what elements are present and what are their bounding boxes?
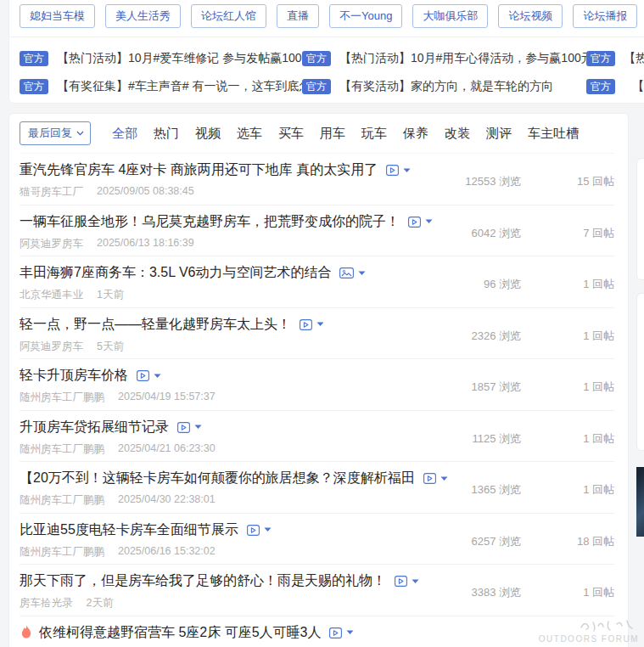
- chevron-down-icon: [76, 131, 84, 136]
- announcement-link[interactable]: 官方【有奖征集】#车主声音# 有一说一，这车到底怎么样？: [20, 79, 302, 94]
- top-tab[interactable]: 论坛视频: [498, 4, 563, 28]
- thread-title-link[interactable]: 丰田海狮7座商务车：3.5L V6动力与空间艺术的结合: [20, 264, 366, 282]
- thread-meta: 北京华通丰业1天前: [20, 288, 124, 302]
- thread-author[interactable]: 随州房车工厂鹏鹏: [20, 545, 104, 560]
- thread-title-link[interactable]: 轻卡升顶房车价格: [20, 367, 161, 385]
- thread-list-card: 最后回复 全部热门视频选车买车用车玩车保养改装测评车主吐槽 重汽先锋官房车 4座…: [8, 113, 629, 647]
- thread-author[interactable]: 猫哥房车工厂: [20, 185, 83, 200]
- announcement-link[interactable]: 官方【热门活动】10月#用车心得活动，参与赢100元现金...: [302, 51, 586, 66]
- caret-down-icon[interactable]: [316, 322, 324, 327]
- thread-row: 升顶房车贷拓展细节记录随州房车工厂鹏鹏2025/04/21 06:23:3011…: [20, 411, 614, 463]
- video-icon: [137, 370, 149, 381]
- thread-row: 【20万不到！这辆轻卡房车如何颠覆你的旅居想象？深度解析福田随州房车工厂鹏鹏20…: [20, 462, 614, 514]
- filter-tab-视频[interactable]: 视频: [195, 126, 221, 142]
- caret-down-icon[interactable]: [264, 527, 272, 532]
- announcement-text: 【热: [624, 51, 644, 66]
- thread-row: 丰田海狮7座商务车：3.5L V6动力与空间艺术的结合北京华通丰业1天前96 浏…: [20, 256, 614, 308]
- top-tab[interactable]: 论坛红人馆: [191, 4, 266, 28]
- top-tab[interactable]: 论坛播报: [573, 4, 637, 28]
- thread-list: 重汽先锋官房车 4座对卡 商旅两用还可下地库 真的太实用了猫哥房车工厂2025/…: [20, 154, 614, 647]
- video-icon: [300, 319, 312, 330]
- caret-down-icon[interactable]: [403, 168, 411, 173]
- thread-title-link[interactable]: 那天下雨了，但是房车给我了足够的舒心！雨是天赐的礼物！: [20, 572, 419, 590]
- thread-meta: 房车拾光录2天前: [20, 596, 113, 610]
- top-tab[interactable]: 不一Young: [329, 4, 402, 28]
- filter-tab-买车[interactable]: 买车: [278, 126, 304, 142]
- thread-title: 比亚迪55度电轻卡房车全面细节展示: [20, 521, 238, 539]
- caret-down-icon[interactable]: [154, 374, 161, 379]
- fire-icon: [20, 625, 33, 640]
- thread-author[interactable]: 阿莫迪罗房车: [20, 237, 83, 251]
- filter-tab-车主吐槽[interactable]: 车主吐槽: [528, 126, 579, 142]
- top-tab[interactable]: 媳妇当车模: [20, 4, 95, 28]
- filter-tab-全部[interactable]: 全部: [112, 126, 137, 142]
- top-card: 媳妇当车模美人生活秀论坛红人馆直播不一Young大咖俱乐部论坛视频论坛播报 官方…: [8, 0, 644, 104]
- thread-views: 6257 浏览: [471, 534, 521, 549]
- announcement-text: 【热门活动】10月#爱车维修记 参与发帖赢100元现金...: [57, 51, 302, 66]
- sidebar-thumbnail-image: [636, 467, 644, 537]
- thread-views: 1365 浏览: [471, 482, 521, 498]
- thread-replies: 7 回帖: [583, 226, 614, 241]
- caret-down-icon[interactable]: [440, 476, 448, 481]
- thread-date: 2025/06/16 15:32:02: [118, 545, 216, 560]
- thread-author[interactable]: 北京华通丰业: [20, 288, 83, 302]
- thread-meta: 随州房车工厂鹏鹏2025/04/19 15:57:37: [20, 391, 216, 405]
- thread-author[interactable]: 随州房车工厂鹏鹏: [20, 442, 104, 457]
- thread-title-link[interactable]: 升顶房车贷拓展细节记录: [20, 419, 202, 436]
- thread-title-link[interactable]: 依维柯得意越野宿营车 5座2床 可座5人可睡3人: [20, 624, 354, 642]
- thread-title: 丰田海狮7座商务车：3.5L V6动力与空间艺术的结合: [20, 264, 331, 282]
- top-tab[interactable]: 美人生活秀: [105, 4, 181, 28]
- thread-row: 轻卡升顶房车价格随州房车工厂鹏鹏2025/04/19 15:57:371857 …: [20, 359, 614, 411]
- announcement-text: 【热门活动】10月#用车心得活动，参与赢100元现金...: [339, 51, 586, 66]
- thread-title-link[interactable]: 重汽先锋官房车 4座对卡 商旅两用还可下地库 真的太实用了: [20, 161, 411, 179]
- filter-tab-玩车[interactable]: 玩车: [361, 126, 387, 142]
- top-tab[interactable]: 大咖俱乐部: [412, 4, 488, 28]
- filter-tabs: 全部热门视频选车买车用车玩车保养改装测评车主吐槽: [112, 126, 579, 142]
- caret-down-icon[interactable]: [346, 630, 354, 635]
- sort-dropdown-label: 最后回复: [28, 126, 72, 141]
- caret-down-icon[interactable]: [194, 425, 202, 430]
- filter-tab-改装[interactable]: 改装: [445, 126, 470, 142]
- announcement-link[interactable]: 官方【有奖活动】家的方向，就是车轮的方向: [302, 79, 586, 94]
- announcement-link[interactable]: 官方【热: [586, 51, 644, 66]
- video-icon: [423, 473, 436, 484]
- filter-tab-用车[interactable]: 用车: [320, 126, 345, 142]
- top-tab[interactable]: 直播: [277, 4, 319, 28]
- filter-tab-测评[interactable]: 测评: [486, 126, 512, 142]
- video-icon: [408, 217, 421, 228]
- caret-down-icon[interactable]: [412, 579, 419, 584]
- thread-views: 96 浏览: [484, 277, 521, 292]
- sort-dropdown[interactable]: 最后回复: [20, 121, 91, 145]
- filter-bar: 最后回复 全部热门视频选车买车用车玩车保养改装测评车主吐槽: [20, 114, 614, 154]
- announcement-row: 官方【热门活动】10月#爱车维修记 参与发帖赢100元现金...官方【热门活动】…: [20, 44, 644, 72]
- filter-tab-保养[interactable]: 保养: [403, 126, 428, 142]
- video-icon: [177, 422, 190, 433]
- thread-row: 一辆车征服全地形！乌尼莫克越野房车，把荒野变成你的院子！阿莫迪罗房车2025/0…: [20, 205, 614, 257]
- thread-author[interactable]: 随州房车工厂鹏鹏: [20, 493, 104, 508]
- filter-tab-热门[interactable]: 热门: [154, 126, 179, 142]
- announcement-link[interactable]: 官方【社: [586, 79, 644, 94]
- thread-row: 依维柯得意越野宿营车 5座2床 可座5人可睡3人: [20, 616, 614, 647]
- caret-down-icon[interactable]: [425, 219, 433, 224]
- thread-title: 那天下雨了，但是房车给我了足够的舒心！雨是天赐的礼物！: [20, 572, 386, 590]
- thread-title-link[interactable]: 比亚迪55度电轻卡房车全面细节展示: [20, 521, 272, 539]
- thread-views: 1857 浏览: [471, 380, 521, 395]
- thread-row: 那天下雨了，但是房车给我了足够的舒心！雨是天赐的礼物！房车拾光录2天前3383 …: [20, 565, 614, 616]
- announcement-link[interactable]: 官方【热门活动】10月#爱车维修记 参与发帖赢100元现金...: [20, 51, 302, 66]
- thread-author[interactable]: 阿莫迪罗房车: [20, 340, 83, 354]
- thread-date: 2025/04/21 06:23:30: [118, 442, 216, 457]
- thread-author[interactable]: 随州房车工厂鹏鹏: [20, 391, 104, 405]
- video-icon: [395, 576, 407, 587]
- thread-author[interactable]: 房车拾光录: [20, 596, 73, 610]
- thread-date: 2025/04/30 22:38:01: [118, 493, 216, 508]
- thread-views: 12553 浏览: [465, 174, 521, 189]
- filter-tab-选车[interactable]: 选车: [237, 126, 262, 142]
- sidebar-panel: [636, 293, 644, 451]
- thread-title-link[interactable]: 轻一点，野一点——轻量化越野房车太上头！: [20, 316, 324, 334]
- caret-down-icon[interactable]: [358, 271, 366, 276]
- thread-views: 6042 浏览: [471, 226, 521, 241]
- thread-date: 2025/09/05 08:38:45: [97, 185, 194, 200]
- thread-title-link[interactable]: 【20万不到！这辆轻卡房车如何颠覆你的旅居想象？深度解析福田: [20, 470, 448, 487]
- thread-title-link[interactable]: 一辆车征服全地形！乌尼莫克越野房车，把荒野变成你的院子！: [20, 213, 433, 231]
- official-badge: 官方: [586, 79, 615, 94]
